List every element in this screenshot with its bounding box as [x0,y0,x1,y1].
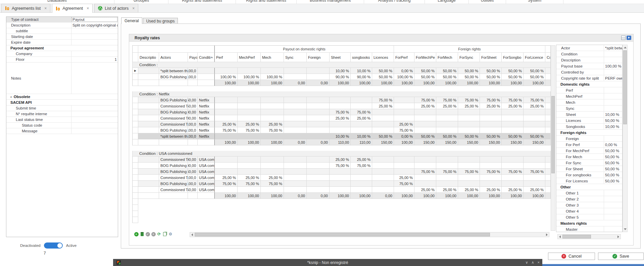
cell-rate[interactable] [238,115,261,121]
cell-rate[interactable]: 0,00 % [394,133,414,139]
cell-rate[interactable]: 90,00 % [330,74,351,80]
cell-rate[interactable]: 50,00 % [524,133,545,139]
field-value[interactable] [604,196,622,202]
row-marker-cell[interactable] [132,97,138,103]
cell-condition[interactable]: Netflix [198,115,214,121]
menu-item-language[interactable]: Language [425,0,469,4]
cell-rate[interactable] [214,103,238,109]
cell-rate[interactable] [480,181,502,187]
field-value[interactable]: 10,00 % [604,124,622,129]
cell-rate[interactable] [284,103,307,109]
cell-rate[interactable] [414,121,436,127]
field-value[interactable] [71,105,118,111]
cell-cont[interactable] [545,181,551,187]
cell-rate[interactable] [502,175,524,181]
cell-rate[interactable] [284,175,307,181]
cell-description[interactable] [138,74,159,80]
field-value[interactable] [604,226,622,232]
cell-rate[interactable] [330,175,351,181]
cell-condition[interactable] [198,74,214,80]
field-value[interactable]: 50,00 % [604,160,622,166]
cell-payout[interactable]: 100,0 [188,133,198,139]
field-value[interactable] [71,28,118,34]
refresh-icon[interactable]: ⟳ [157,232,161,236]
cell-rate[interactable] [372,121,394,127]
cell-rate[interactable] [480,109,502,115]
column-header-ForMechPe[interactable]: ForMechPe [414,53,436,62]
cell-rate[interactable]: 10,00 % [351,133,372,139]
column-header-Mech[interactable]: Mech [261,53,284,62]
row-marker-cell[interactable] [132,163,138,169]
cell-actor[interactable]: Commissioned Th [159,187,188,193]
cell-rate[interactable] [214,157,238,163]
cell-rate[interactable] [372,187,394,193]
cell-description[interactable] [138,127,159,133]
cell-condition[interactable]: USA commiss [198,169,214,175]
row-marker-cell[interactable] [132,169,138,175]
cell-condition[interactable]: Netflix [198,133,214,139]
row-marker-cell[interactable]: ▶ [132,68,138,74]
scroll-right-icon[interactable] [617,235,619,238]
cell-rate[interactable] [524,127,545,133]
cell-rate[interactable]: 25,00 % [238,121,261,127]
cell-rate[interactable]: 10,00 % [330,133,351,139]
field-value[interactable] [604,87,622,93]
cell-rate[interactable] [238,133,261,139]
cell-rate[interactable] [436,127,458,133]
cell-rate[interactable] [261,115,284,121]
cell-rate[interactable]: 25,00 % [436,187,458,193]
column-header-Descriptio[interactable]: Descriptio [138,53,159,62]
cell-rate[interactable] [436,121,458,127]
cell-rate[interactable]: 75,00 % [351,109,372,115]
cell-rate[interactable]: 75,00 % [238,181,261,187]
row-marker-cell[interactable] [132,157,138,163]
delete-icon[interactable] [140,232,144,236]
cell-rate[interactable] [330,187,351,193]
field-value[interactable]: 50,00 % [604,172,622,178]
cell-payout[interactable]: 50,00 [188,169,198,175]
cell-rate[interactable]: 50,00 % [436,74,458,80]
cell-actor[interactable]: Commissioned Th [159,121,188,127]
cell-description[interactable] [138,175,159,181]
cell-rate[interactable] [436,181,458,187]
cell-rate[interactable] [238,97,261,103]
menu-item-system[interactable]: System [506,0,563,4]
cell-rate[interactable] [214,187,238,193]
cell-rate[interactable]: 25,00 % [214,121,238,127]
cell-rate[interactable]: 75,00 % [372,97,394,103]
row-marker-cell[interactable] [132,181,138,187]
tab-agreement[interactable]: Agreement× [52,4,93,13]
cell-rate[interactable] [214,97,238,103]
cell-cont[interactable] [545,68,551,74]
cell-rate[interactable]: 25,00 % [394,175,414,181]
maximize-icon[interactable]: ∧ [532,260,534,265]
cell-payout[interactable]: 50,00 [188,97,198,103]
cell-rate[interactable] [238,187,261,193]
cell-rate[interactable] [458,127,480,133]
actor-panel-horizontal-scrollbar[interactable] [557,234,621,239]
field-value[interactable] [71,51,118,56]
cell-rate[interactable]: 75,00 % [458,97,480,103]
cell-rate[interactable]: 75,00 % [261,181,284,187]
cell-actor[interactable]: BOG Publishing [159,109,188,115]
scroll-left-icon[interactable] [191,233,193,236]
cell-rate[interactable] [284,157,307,163]
cell-rate[interactable]: 75,00 % [524,97,545,103]
cell-rate[interactable] [261,157,284,163]
cell-payout[interactable]: 50,00 [188,187,198,193]
cell-rate[interactable] [351,181,372,187]
cell-rate[interactable] [330,121,351,127]
cell-rate[interactable] [372,169,394,175]
column-header-ForSheet[interactable]: ForSheet [480,53,502,62]
cell-rate[interactable] [480,157,502,163]
cell-rate[interactable]: 25,00 % [261,175,284,181]
group-caption-row[interactable]: Condition : Netflix [132,91,551,97]
cell-rate[interactable]: 25,00 % [414,103,436,109]
cell-rate[interactable]: 25,00 % [480,103,502,109]
field-value[interactable] [604,99,622,105]
cell-rate[interactable] [238,157,261,163]
cell-rate[interactable] [372,127,394,133]
field-value[interactable]: 100,00 % [604,63,622,69]
column-header-Cont[interactable]: Cont [545,53,551,62]
cell-cont[interactable] [545,157,551,163]
